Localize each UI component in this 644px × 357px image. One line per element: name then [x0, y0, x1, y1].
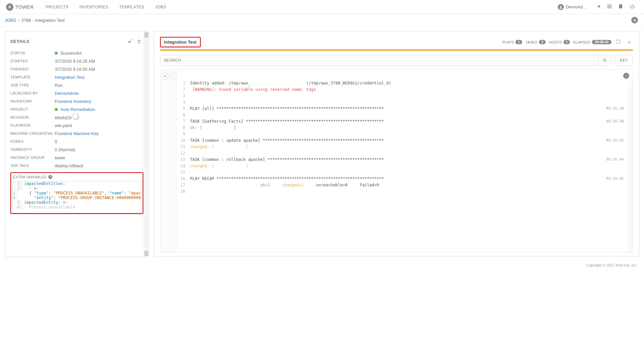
relaunch-button[interactable] [126, 37, 135, 46]
help-icon[interactable]: ? [48, 175, 52, 179]
value-template[interactable]: Integration Test [55, 75, 85, 80]
extra-variables-label: EXTRA VARIABLES [13, 175, 46, 179]
svg-rect-2 [607, 6, 611, 7]
power-icon[interactable] [627, 4, 638, 10]
docs-icon[interactable] [615, 4, 627, 10]
value-machcred[interactable]: Frontend Machine Key [55, 131, 99, 136]
brand-logo-icon: A [6, 3, 13, 11]
value-status: Successful [55, 51, 82, 56]
label-verbosity: VERBOSITY [10, 147, 55, 152]
label-finished: FINISHED [10, 67, 55, 71]
output-panel: + − 1Identity added: /tmp/awx_ (/tmp/awx… [160, 70, 633, 253]
project-status-dot-icon [55, 108, 58, 111]
download-icon[interactable] [626, 39, 633, 45]
value-revision: 09e0d20 [55, 115, 79, 120]
results-panel: Integration Test PLAYS1 TASKS3 HOSTS1 EL… [154, 31, 639, 256]
label-project: PROJECT [10, 107, 55, 111]
value-verbosity: 0 (Normal) [55, 147, 75, 152]
streams-icon[interactable] [604, 4, 615, 10]
label-playbook: PLAYBOOK [10, 123, 55, 127]
label-launchedby: LAUNCHED BY [10, 91, 55, 95]
svg-point-0 [560, 6, 561, 7]
expand-icon[interactable] [615, 39, 622, 45]
top-nav: A TOWER PROJECTS INVENTORIES TEMPLATES J… [0, 0, 644, 14]
project-link[interactable]: Auto Remediation [60, 107, 95, 112]
hosts-label: HOSTS [549, 40, 562, 44]
label-template: TEMPLATE [10, 75, 55, 79]
value-launchedby[interactable]: DemoAdmin [55, 91, 79, 96]
nav-templates[interactable]: TEMPLATES [114, 5, 150, 9]
tasks-label: TASKS [526, 40, 537, 44]
value-forks: 0 [55, 139, 57, 144]
details-panel: DETAILS STATUSSuccessful STARTED3/7/2018… [5, 31, 149, 257]
label-forks: FORKS [10, 139, 55, 143]
svg-rect-3 [607, 7, 611, 8]
user-menu[interactable]: DemoAd... [558, 4, 586, 10]
value-playbook: site.yaml [55, 123, 72, 128]
settings-icon[interactable] [592, 4, 604, 10]
nav-jobs[interactable]: JOBS [150, 5, 171, 9]
label-revision: REVISION [10, 115, 55, 119]
extra-variables-code[interactable]: 1impactedEntities: 2 - >- 3 { "type": "P… [12, 181, 141, 213]
copy-icon[interactable] [74, 115, 79, 119]
plays-label: PLAYS [502, 40, 514, 44]
value-project: Auto Remediation [55, 107, 95, 112]
breadcrumb-root[interactable]: JOBS [5, 18, 16, 23]
status-dot-icon [55, 52, 58, 55]
user-name: DemoAd... [566, 4, 586, 9]
search-input[interactable] [160, 55, 598, 65]
timestamp: 09:16:38 [606, 106, 624, 111]
user-icon [558, 4, 564, 10]
search-button[interactable] [598, 55, 611, 65]
value-started: 3/7/2018 9:16:25 AM [55, 59, 95, 64]
timestamp: 09:16:38 [606, 119, 624, 123]
delete-button[interactable] [135, 37, 143, 46]
details-scrollbar[interactable] [144, 32, 148, 256]
tasks-count: 3 [539, 40, 546, 44]
search-box [160, 55, 611, 66]
label-jobtags: JOB TAGS [10, 164, 55, 168]
nav-inventories[interactable]: INVENTORIES [74, 5, 114, 9]
progress-bar [160, 49, 633, 51]
breadcrumb: JOBS / 3788 - Integration Test [0, 14, 644, 26]
label-jobtype: JOB TYPE [10, 83, 55, 87]
elapsed-value: 00:00:24 [592, 40, 611, 44]
elapsed-label: ELAPSED [573, 40, 590, 44]
label-status: STATUS [10, 51, 55, 55]
scroll-bottom-icon[interactable] [623, 73, 629, 79]
output-scrollbar[interactable] [628, 81, 633, 252]
job-title-badge: Integration Test [160, 37, 201, 47]
label-machcred: MACHINE CREDENTIAL [10, 131, 55, 135]
plays-count: 1 [515, 40, 522, 44]
svg-rect-1 [607, 4, 611, 5]
hosts-count: 1 [563, 40, 570, 44]
value-jobtags: deploy,rollback [55, 163, 84, 168]
timestamp: 09:16:44 [606, 157, 624, 162]
label-started: STARTED [10, 59, 55, 63]
breadcrumb-sep: / [16, 18, 21, 23]
breadcrumb-current: 3788 - Integration Test [21, 18, 65, 23]
label-instgrp: INSTANCE GROUP [10, 156, 55, 160]
value-finished: 3/7/2018 9:16:50 AM [55, 67, 95, 72]
footer-copyright: Copyright © 2017 Red Hat, Inc. [0, 262, 644, 271]
value-inventory[interactable]: Frontend Inventory [55, 99, 91, 104]
collapse-all-button[interactable]: − [170, 73, 177, 79]
output-gutter: + − [160, 70, 177, 252]
output-lines[interactable]: 1Identity added: /tmp/awx_ (/tmp/awx_378… [177, 70, 633, 195]
activity-icon[interactable] [631, 17, 638, 23]
timestamp: 09:16:45 [606, 176, 624, 181]
nav-projects[interactable]: PROJECTS [40, 5, 74, 9]
value-instgrp: tower [55, 155, 65, 160]
expand-all-button[interactable]: + [162, 73, 168, 79]
label-inventory: INVENTORY [10, 99, 55, 103]
key-button[interactable]: KEY [615, 55, 633, 66]
timestamp: 09:16:41 [606, 138, 624, 142]
details-title: DETAILS [10, 39, 30, 44]
extra-variables-panel: EXTRA VARIABLES ? 1impactedEntities: 2 -… [10, 172, 143, 214]
value-jobtype: Run [55, 83, 63, 88]
brand[interactable]: A TOWER [6, 3, 34, 11]
brand-text: TOWER [15, 4, 34, 10]
svg-point-4 [603, 59, 606, 61]
